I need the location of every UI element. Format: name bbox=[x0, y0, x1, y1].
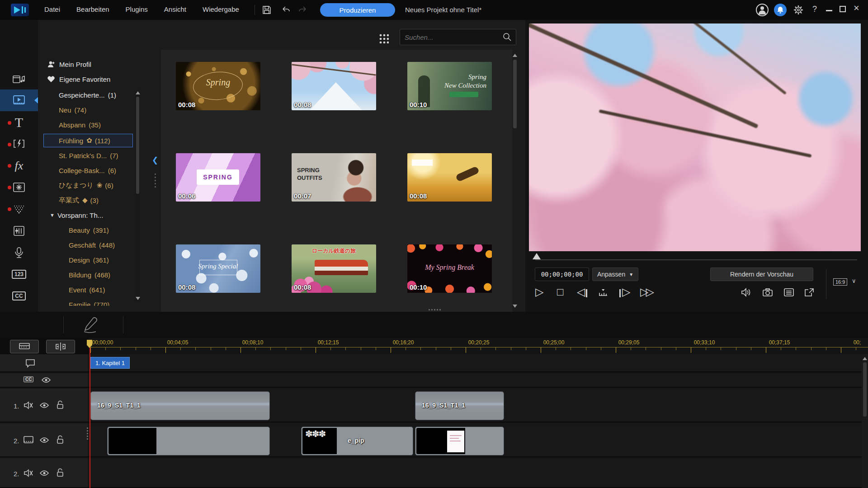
help-button[interactable]: ? bbox=[812, 5, 817, 14]
video-track-icon[interactable] bbox=[24, 436, 33, 443]
seek-bar[interactable] bbox=[535, 259, 857, 260]
eye-icon[interactable] bbox=[40, 437, 49, 443]
category-st-patricks[interactable]: St. Patrick's D...(7) bbox=[59, 149, 163, 162]
seek-handle[interactable] bbox=[533, 253, 541, 259]
undo-icon[interactable] bbox=[280, 5, 291, 15]
scroll-down-icon[interactable] bbox=[513, 305, 517, 308]
template-thumbnail[interactable]: My Spring Break 00:10 bbox=[407, 244, 492, 293]
category-familie[interactable]: Familie(770) bbox=[69, 298, 173, 311]
rail-video-overlay-room[interactable] bbox=[0, 89, 38, 111]
rail-chapter-room[interactable]: 123 bbox=[0, 263, 38, 285]
timeline-view-button[interactable] bbox=[10, 340, 39, 353]
eye-icon[interactable] bbox=[42, 377, 51, 383]
lock-open-icon[interactable] bbox=[56, 468, 64, 477]
menu-plugins[interactable]: Plugins bbox=[126, 5, 148, 13]
chapter-marker[interactable]: 1. Kapitel 1 bbox=[90, 357, 130, 369]
lock-open-icon[interactable] bbox=[56, 435, 64, 444]
playhead-line[interactable] bbox=[90, 345, 90, 488]
rail-media-room[interactable] bbox=[0, 70, 38, 91]
scroll-up-icon[interactable] bbox=[863, 357, 867, 360]
timeline-scrollbar[interactable] bbox=[862, 354, 868, 488]
template-thumbnail[interactable]: 00:08 bbox=[407, 153, 492, 202]
volume-button[interactable] bbox=[741, 287, 751, 297]
scroll-up-icon[interactable] bbox=[513, 54, 517, 57]
timeline-ruler[interactable]: 00;00;00 00;04;05 00;08;10 00;12;15 00;1… bbox=[89, 338, 868, 354]
template-thumbnail[interactable]: SPRING 00:06 bbox=[176, 153, 260, 202]
clip-title-1[interactable]: 16_9_S1_T1_1 bbox=[90, 391, 270, 420]
track2-audio-lane[interactable] bbox=[88, 458, 862, 488]
details-view-button[interactable] bbox=[783, 287, 794, 297]
category-fruehling[interactable]: Frühling✿(112) bbox=[59, 134, 163, 147]
browser-scrollbar[interactable] bbox=[512, 52, 518, 310]
library-my-profile[interactable]: Mein Profil bbox=[38, 58, 142, 70]
close-button[interactable]: × bbox=[854, 3, 859, 13]
category-design[interactable]: Design(361) bbox=[69, 253, 173, 266]
category-abspann[interactable]: Abspann(35) bbox=[59, 118, 163, 131]
view-grid-icon[interactable] bbox=[379, 33, 389, 43]
save-icon[interactable] bbox=[261, 5, 272, 15]
produce-button[interactable]: Produzieren bbox=[320, 3, 395, 17]
template-thumbnail[interactable]: SPRINGOUTFITS 00:07 bbox=[292, 153, 376, 202]
mute-track-icon[interactable] bbox=[24, 401, 33, 409]
rail-transition-room[interactable] bbox=[0, 133, 38, 155]
menu-ansicht[interactable]: Ansicht bbox=[164, 5, 186, 13]
track-grip-dots[interactable] bbox=[87, 427, 88, 441]
template-thumbnail[interactable]: Spring 00:08 bbox=[176, 62, 260, 110]
category-gespeicherte[interactable]: Gespeicherte...(1) bbox=[59, 89, 163, 101]
scroll-up-icon[interactable] bbox=[136, 91, 140, 94]
library-scrollbar[interactable] bbox=[135, 89, 140, 302]
menu-datei[interactable]: Datei bbox=[44, 5, 60, 13]
category-neu[interactable]: Neu(74) bbox=[59, 103, 163, 116]
undock-window-button[interactable] bbox=[804, 287, 815, 297]
aspect-chevron-icon[interactable]: ∨ bbox=[852, 277, 856, 284]
clip-pip-2[interactable] bbox=[415, 427, 504, 455]
rail-mixing-room[interactable] bbox=[0, 220, 38, 242]
notifications-bell-icon[interactable] bbox=[774, 4, 787, 16]
rail-voiceover-room[interactable] bbox=[0, 242, 38, 263]
mute-track-icon[interactable] bbox=[24, 469, 33, 477]
split-clip-button[interactable] bbox=[46, 340, 75, 353]
scroll-down-icon[interactable] bbox=[136, 297, 140, 300]
rail-particle-room[interactable] bbox=[0, 198, 38, 220]
snapshot-camera-button[interactable] bbox=[762, 287, 773, 297]
clip-pip-1[interactable] bbox=[107, 427, 270, 455]
chapter-track-lane[interactable] bbox=[88, 354, 862, 372]
category-college-basketball[interactable]: College-Bask...(6) bbox=[59, 164, 163, 177]
fast-forward-button[interactable]: ▷▷ bbox=[640, 286, 651, 297]
rail-overlay-room[interactable] bbox=[0, 177, 38, 198]
template-thumbnail[interactable]: ローカル鉄道の旅 00:08 bbox=[292, 244, 376, 293]
category-beauty[interactable]: Beauty(391) bbox=[69, 224, 173, 236]
panel-resize-dots[interactable] bbox=[429, 309, 442, 310]
menu-bearbeiten[interactable]: Bearbeiten bbox=[76, 5, 109, 13]
collapse-panel-arrow[interactable]: ❮ bbox=[152, 155, 158, 165]
design-pencil-icon[interactable] bbox=[80, 315, 99, 334]
subtitle-track-lane[interactable] bbox=[88, 373, 862, 388]
zoom-fit-dropdown[interactable]: Anpassen▼ bbox=[592, 267, 638, 281]
category-geschaeft[interactable]: Geschäft(448) bbox=[69, 239, 173, 251]
play-button[interactable]: ▷ bbox=[535, 286, 543, 297]
eye-icon[interactable] bbox=[40, 402, 49, 408]
maximize-button[interactable] bbox=[840, 6, 846, 12]
account-avatar-icon[interactable] bbox=[756, 4, 769, 16]
clip-pip-epip[interactable]: ✽✽✽ e_pip bbox=[301, 427, 413, 455]
category-event[interactable]: Event(641) bbox=[69, 283, 173, 296]
clip-title-2[interactable]: 16_9_S1_T1_1 bbox=[415, 391, 504, 420]
template-thumbnail[interactable]: 00:08 bbox=[292, 62, 376, 110]
template-thumbnail[interactable]: SpringNew Collection 00:10 bbox=[407, 62, 492, 110]
redo-icon[interactable] bbox=[297, 5, 308, 15]
minimize-button[interactable] bbox=[826, 10, 832, 11]
settings-gear-icon[interactable] bbox=[793, 4, 804, 16]
eye-icon[interactable] bbox=[40, 470, 49, 476]
next-frame-button[interactable]: ▷ bbox=[622, 286, 630, 297]
snapshot-marker-button[interactable] bbox=[598, 287, 609, 297]
aspect-ratio-badge[interactable]: 16:9 bbox=[833, 278, 847, 286]
render-preview-button[interactable]: Rendern der Vorschau bbox=[710, 267, 813, 281]
category-hinamatsuri[interactable]: ひなまつり❀(6) bbox=[59, 179, 163, 192]
menu-wiedergabe[interactable]: Wiedergabe bbox=[203, 5, 239, 13]
category-bildung[interactable]: Bildung(468) bbox=[69, 268, 173, 281]
previous-frame-button[interactable]: ◁ bbox=[577, 286, 585, 297]
search-icon[interactable] bbox=[502, 32, 512, 42]
category-sotsugyoushiki[interactable]: 卒業式◆(3) bbox=[59, 194, 163, 206]
lock-open-icon[interactable] bbox=[56, 400, 64, 409]
panel-resize-grip[interactable] bbox=[155, 174, 156, 189]
